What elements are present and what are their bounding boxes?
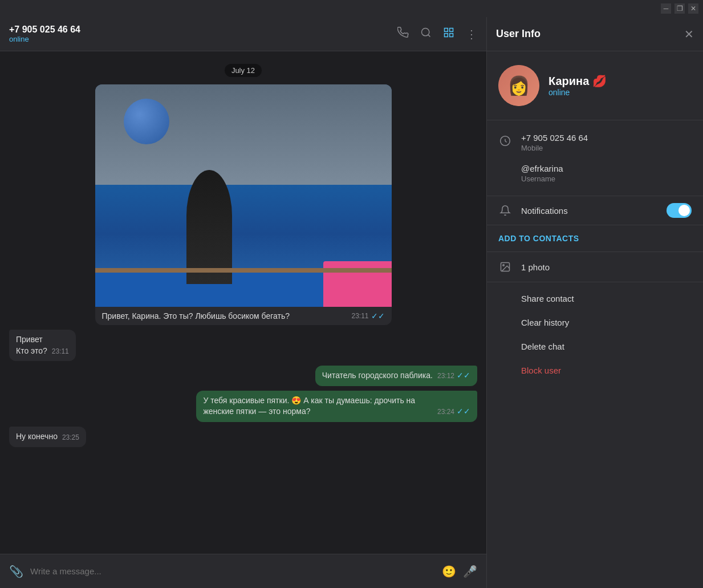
bubble-text: Привет Кто это? bbox=[16, 334, 47, 356]
bubble: Ну конечно 23:25 bbox=[9, 427, 86, 447]
msg-meta: 23:11 bbox=[52, 347, 69, 356]
msg-line-1: Привет bbox=[16, 334, 47, 346]
svg-point-8 bbox=[503, 265, 505, 266]
msg-meta: 23:25 bbox=[62, 433, 79, 443]
contact-status: online bbox=[9, 35, 397, 43]
chat-header: +7 905 025 46 64 online ⋮ bbox=[0, 17, 486, 51]
clear-history-label: Clear history bbox=[521, 318, 569, 327]
msg-time: 23:12 bbox=[437, 371, 454, 381]
photo-image bbox=[95, 84, 392, 307]
chat-header-info: +7 905 025 46 64 online bbox=[9, 25, 397, 43]
phone-icon[interactable] bbox=[397, 27, 409, 41]
panel-close-button[interactable]: ✕ bbox=[684, 27, 694, 41]
profile-status: online bbox=[548, 88, 607, 97]
svg-point-0 bbox=[422, 29, 429, 36]
chat-area: +7 905 025 46 64 online ⋮ July 12 bbox=[0, 17, 486, 588]
phone-row: +7 905 025 46 64 Mobile bbox=[487, 127, 703, 158]
bell-icon bbox=[498, 204, 512, 217]
search-icon[interactable] bbox=[420, 27, 432, 41]
svg-rect-5 bbox=[450, 34, 453, 37]
voice-icon[interactable]: 🎤 bbox=[463, 565, 477, 578]
delete-chat-label: Delete chat bbox=[521, 342, 564, 351]
messages-area[interactable]: July 12 Привет, Карина. Это ты? Любишь б… bbox=[0, 51, 486, 554]
info-section: +7 905 025 46 64 Mobile @efrkarina Usern… bbox=[487, 120, 703, 196]
notifications-row: Notifications bbox=[487, 196, 703, 225]
svg-line-1 bbox=[428, 35, 430, 37]
svg-rect-3 bbox=[450, 29, 453, 32]
photo-meta: 23:11 ✓✓ bbox=[351, 311, 384, 321]
bubble-text: У тебя красивые пятки. 😍 А как ты думаеш… bbox=[203, 395, 433, 417]
panel-title: User Info bbox=[496, 28, 541, 40]
username-icon bbox=[498, 165, 512, 179]
window-close-button[interactable]: ✕ bbox=[688, 3, 698, 14]
msg-meta: 23:12 ✓✓ bbox=[437, 370, 470, 382]
clear-history-row[interactable]: Clear history bbox=[487, 311, 703, 335]
share-contact-label: Share contact bbox=[521, 294, 574, 303]
layout-icon[interactable] bbox=[443, 27, 454, 41]
phone-info: +7 905 025 46 64 Mobile bbox=[521, 133, 588, 152]
msg-time: 23:24 bbox=[437, 407, 454, 417]
bubble: Читатель городского паблика. 23:12 ✓✓ bbox=[315, 366, 477, 386]
photo-caption: Привет, Карина. Это ты? Любишь босиком б… bbox=[95, 307, 392, 325]
date-divider: July 12 bbox=[9, 65, 477, 75]
emoji-icon[interactable]: 🙂 bbox=[442, 565, 456, 578]
msg-time: 23:25 bbox=[62, 433, 79, 443]
photos-row[interactable]: 1 photo bbox=[487, 252, 703, 282]
msg-line-2: Кто это? bbox=[16, 346, 47, 357]
message-3: У тебя красивые пятки. 😍 А как ты думаеш… bbox=[196, 391, 477, 422]
attachment-icon[interactable]: 📎 bbox=[9, 565, 23, 578]
profile-name: Карина 💋 bbox=[548, 74, 607, 88]
photos-count: 1 photo bbox=[521, 262, 550, 272]
delete-chat-row[interactable]: Delete chat bbox=[487, 335, 703, 359]
bubble-text: Ну конечно bbox=[16, 431, 58, 443]
restore-button[interactable]: ❐ bbox=[674, 3, 685, 14]
add-to-contacts-button[interactable]: ADD TO CONTACTS bbox=[498, 234, 579, 243]
username-row: @efrkarina Username bbox=[487, 158, 703, 189]
username-value: @efrkarina bbox=[521, 164, 563, 173]
bubble: Привет Кто это? 23:11 bbox=[9, 330, 76, 361]
add-contacts-row: ADD TO CONTACTS bbox=[487, 225, 703, 252]
message-4: Ну конечно 23:25 bbox=[9, 427, 86, 447]
panel-header: User Info ✕ bbox=[487, 17, 703, 51]
main-container: +7 905 025 46 64 online ⋮ July 12 bbox=[0, 17, 703, 588]
message-2: Читатель городского паблика. 23:12 ✓✓ bbox=[315, 366, 477, 386]
contact-name: +7 905 025 46 64 bbox=[9, 25, 397, 35]
phone-value: +7 905 025 46 64 bbox=[521, 133, 588, 143]
user-info-panel: User Info ✕ 👩 Карина 💋 online bbox=[486, 17, 703, 588]
share-contact-row[interactable]: Share contact bbox=[487, 287, 703, 311]
msg-check: ✓✓ bbox=[457, 406, 470, 417]
message-input[interactable] bbox=[30, 566, 435, 576]
photo-gallery-icon bbox=[498, 260, 512, 274]
photo-time: 23:11 bbox=[351, 312, 368, 320]
minimize-button[interactable]: ─ bbox=[661, 3, 671, 14]
username-label: Username bbox=[521, 175, 563, 183]
block-user-label: Block user bbox=[521, 366, 561, 375]
photo-message: Привет, Карина. Это ты? Любишь босиком б… bbox=[95, 84, 392, 325]
msg-time: 23:11 bbox=[52, 347, 69, 356]
bubble-text: Читатель городского паблика. bbox=[322, 370, 433, 382]
input-area: 📎 🙂 🎤 bbox=[0, 554, 486, 588]
msg-meta: 23:24 ✓✓ bbox=[437, 406, 470, 417]
svg-rect-4 bbox=[445, 34, 448, 37]
phone-label: Mobile bbox=[521, 144, 588, 152]
title-bar: ─ ❐ ✕ bbox=[0, 0, 703, 17]
actions-section: Share contact Clear history Delete chat … bbox=[487, 282, 703, 387]
profile-info: Карина 💋 online bbox=[548, 74, 607, 97]
username-info: @efrkarina Username bbox=[521, 164, 563, 183]
info-icon bbox=[498, 134, 512, 148]
photo-check: ✓✓ bbox=[371, 311, 385, 321]
photo-caption-text: Привет, Карина. Это ты? Любишь босиком б… bbox=[102, 311, 352, 321]
more-icon[interactable]: ⋮ bbox=[466, 27, 477, 41]
bubble: У тебя красивые пятки. 😍 А как ты думаеш… bbox=[196, 391, 477, 422]
message-1: Привет Кто это? 23:11 bbox=[9, 330, 76, 361]
chat-header-actions: ⋮ bbox=[397, 27, 477, 41]
block-user-row[interactable]: Block user bbox=[487, 359, 703, 383]
avatar: 👩 bbox=[498, 65, 539, 106]
msg-check: ✓✓ bbox=[457, 370, 470, 382]
notifications-label: Notifications bbox=[521, 206, 657, 216]
svg-rect-2 bbox=[445, 29, 448, 32]
profile-section: 👩 Карина 💋 online bbox=[487, 51, 703, 120]
notifications-toggle[interactable] bbox=[667, 203, 692, 218]
